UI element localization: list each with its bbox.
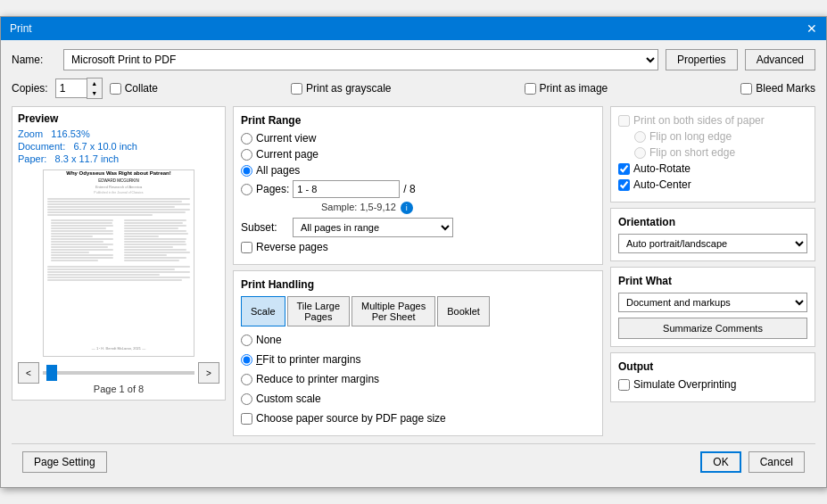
pages-radio[interactable] [241, 184, 252, 195]
duplex-section: Print on both sides of paper Flip on lon… [610, 106, 815, 202]
info-icon[interactable]: i [401, 202, 413, 214]
bottom-bar: Page Setting OK Cancel [12, 443, 815, 480]
name-label: Name: [12, 54, 56, 66]
copies-down-button[interactable]: ▼ [87, 88, 102, 98]
document-value: 6.7 x 10.0 inch [73, 141, 137, 152]
current-page-label[interactable]: Current page [256, 148, 318, 161]
advanced-button[interactable]: Advanced [745, 49, 815, 70]
print-handling-title: Print Handling [241, 278, 595, 291]
print-range-title: Print Range [241, 114, 595, 127]
duplex-checkbox [618, 115, 630, 127]
zoom-label: Zoom [18, 128, 43, 139]
current-view-label[interactable]: Current view [256, 132, 316, 145]
auto-rotate-checkbox[interactable] [618, 163, 630, 175]
duplex-label: Print on both sides of paper [633, 114, 765, 127]
print-handling-section: Print Handling Scale Tile Large Pages Mu… [233, 270, 603, 436]
next-page-button[interactable]: > [198, 362, 219, 384]
auto-center-checkbox[interactable] [618, 179, 630, 191]
title-bar: Print ✕ [1, 17, 826, 40]
flip-long-radio [634, 131, 646, 143]
scale-none-label[interactable]: None [256, 334, 282, 346]
current-view-radio[interactable] [241, 133, 252, 145]
reverse-pages-checkbox[interactable] [241, 242, 252, 253]
collate-label[interactable]: Collate [110, 82, 158, 95]
paper-label: Paper: [18, 153, 46, 164]
multiple-pages-button[interactable]: Multiple Pages Per Sheet [351, 296, 435, 326]
properties-button[interactable]: Properties [666, 49, 738, 70]
print-handling-buttons: Scale Tile Large Pages Multiple Pages Pe… [241, 296, 595, 326]
scale-reduce-radio[interactable] [241, 374, 252, 385]
scale-fit-label[interactable]: FFit to printer margins [256, 353, 360, 366]
slider-thumb[interactable] [46, 365, 57, 381]
printer-select[interactable]: Microsoft Print to PDF [63, 49, 658, 70]
flip-long-label: Flip on long edge [649, 130, 732, 143]
subset-label: Subset: [241, 221, 285, 234]
flip-short-label: Flip on short edge [649, 146, 735, 159]
print-what-section: Print What Document and markupsDocumentF… [610, 267, 815, 347]
choose-paper-checkbox[interactable] [241, 413, 252, 425]
scale-fit-radio[interactable] [241, 354, 252, 366]
prev-page-button[interactable]: < [18, 362, 39, 384]
subset-select[interactable]: All pages in rangeOdd pages onlyEven pag… [293, 218, 453, 237]
all-pages-radio[interactable] [241, 165, 252, 177]
output-title: Output [618, 360, 807, 373]
copies-up-button[interactable]: ▲ [87, 78, 102, 88]
orientation-section: Orientation Auto portrait/landscapePortr… [610, 208, 815, 261]
print-what-select[interactable]: Document and markupsDocumentForm fields … [618, 293, 807, 312]
scale-button[interactable]: Scale [241, 296, 285, 326]
booklet-button[interactable]: Booklet [437, 296, 490, 326]
pages-label[interactable]: Pages: [256, 183, 289, 195]
orientation-select[interactable]: Auto portrait/landscapePortraitLandscape [618, 234, 807, 253]
cancel-button[interactable]: Cancel [748, 451, 805, 473]
simulate-overprint-checkbox[interactable] [618, 379, 630, 391]
print-image-label[interactable]: Print as image [525, 82, 608, 95]
paper-value: 8.3 x 11.7 inch [55, 153, 120, 164]
print-what-title: Print What [618, 275, 807, 287]
scale-custom-label[interactable]: Custom scale [256, 392, 321, 405]
preview-thumbnail: Why Odysseus Was Right about Patrean! ED… [43, 169, 194, 357]
flip-short-radio [634, 147, 646, 159]
page-slider[interactable] [43, 371, 194, 375]
bleed-marks-label[interactable]: Bleed Marks [740, 82, 815, 95]
pages-total: / 8 [403, 183, 415, 195]
print-grayscale-label[interactable]: Print as grayscale [291, 82, 391, 95]
collate-checkbox[interactable] [110, 83, 121, 95]
page-setting-button[interactable]: Page Setting [22, 451, 107, 473]
page-label: Page 1 of 8 [18, 384, 219, 394]
scale-reduce-label[interactable]: Reduce to printer margins [256, 373, 379, 385]
tile-large-button[interactable]: Tile Large Pages [287, 296, 351, 326]
reverse-pages-label[interactable]: Reverse pages [256, 241, 328, 253]
print-range-section: Print Range Current view Current page Al… [233, 106, 603, 265]
dialog-title: Print [10, 22, 32, 35]
choose-paper-label[interactable]: Choose paper source by PDF page size [256, 412, 446, 425]
current-page-radio[interactable] [241, 149, 252, 161]
print-image-checkbox[interactable] [525, 83, 536, 95]
copies-input[interactable] [55, 78, 87, 98]
ok-button[interactable]: OK [700, 451, 740, 473]
bleed-marks-checkbox[interactable] [740, 83, 752, 95]
close-button[interactable]: ✕ [806, 22, 817, 35]
preview-section: Preview Zoom 116.53% Document: 6.7 x 10.… [12, 106, 226, 401]
document-label: Document: [18, 141, 65, 152]
all-pages-label[interactable]: All pages [256, 164, 300, 177]
copies-label: Copies: [12, 82, 48, 95]
auto-center-label[interactable]: Auto-Center [633, 178, 691, 191]
auto-rotate-label[interactable]: Auto-Rotate [633, 162, 691, 175]
zoom-value: 116.53% [51, 128, 89, 139]
preview-title: Preview [18, 112, 219, 125]
simulate-overprint-label[interactable]: Simulate Overprinting [633, 378, 736, 391]
print-dialog: Print ✕ Name: Microsoft Print to PDF Pro… [0, 16, 827, 488]
print-grayscale-checkbox[interactable] [291, 83, 302, 95]
scale-none-radio[interactable] [241, 335, 252, 346]
orientation-title: Orientation [618, 216, 807, 228]
pages-input[interactable] [293, 180, 400, 198]
scale-custom-radio[interactable] [241, 393, 252, 405]
sample-row: Sample: 1,5-9,12 i [321, 202, 595, 214]
output-section: Output Simulate Overprinting [610, 352, 815, 402]
summarize-comments-button[interactable]: Summarize Comments [618, 318, 807, 339]
